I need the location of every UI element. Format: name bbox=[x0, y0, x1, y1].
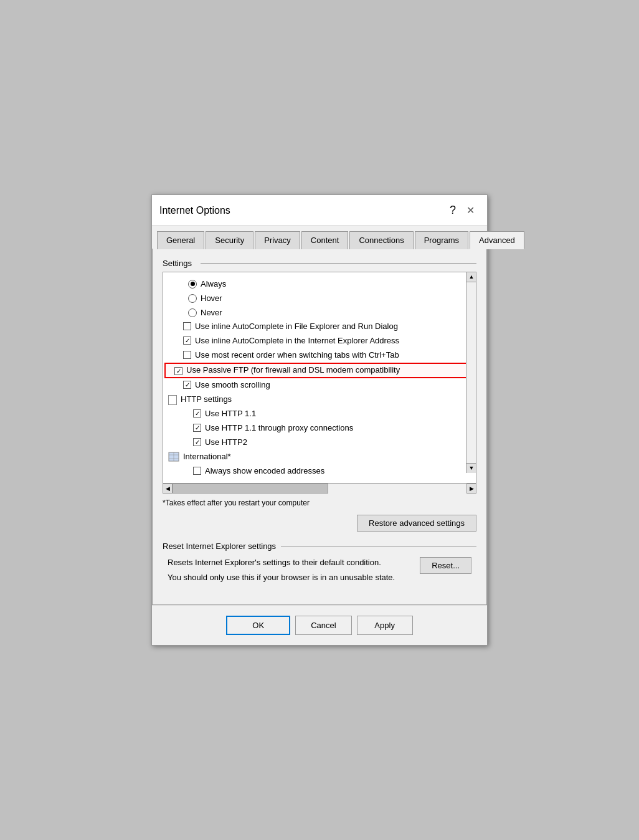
radio-always[interactable] bbox=[188, 280, 197, 289]
settings-scroll-area[interactable]: Always Hover Never Use bbox=[163, 272, 476, 483]
checkbox-encodedaddresses[interactable] bbox=[193, 467, 201, 475]
tab-advanced[interactable]: Advanced bbox=[470, 231, 524, 249]
reset-section-line bbox=[281, 546, 476, 546]
internet-options-dialog: Internet Options ? ✕ General Security Pr… bbox=[151, 194, 488, 646]
reset-section-body: Resets Internet Explorer's settings to t… bbox=[163, 557, 476, 587]
bottom-button-bar: OK Cancel Apply bbox=[152, 605, 487, 645]
scroll-down-button[interactable]: ▼ bbox=[466, 463, 476, 473]
list-item[interactable]: Never bbox=[163, 306, 476, 320]
http-category-icon bbox=[168, 395, 177, 405]
tab-general[interactable]: General bbox=[157, 231, 204, 249]
checkbox-autocomplete-ie[interactable]: ✓ bbox=[183, 336, 191, 345]
horizontal-scrollbar[interactable]: ◀ ▶ bbox=[163, 484, 476, 494]
scroll-right-button[interactable]: ▶ bbox=[466, 484, 476, 494]
setting-label-http: HTTP settings bbox=[181, 394, 232, 405]
setting-label-http11proxy: Use HTTP 1.1 through proxy connections bbox=[205, 423, 353, 434]
setting-label-always: Always bbox=[201, 279, 226, 290]
tab-privacy[interactable]: Privacy bbox=[255, 231, 300, 249]
checkbox-http11proxy[interactable]: ✓ bbox=[193, 424, 201, 432]
help-icon[interactable]: ? bbox=[450, 204, 456, 217]
checkbox-http2[interactable]: ✓ bbox=[193, 438, 201, 446]
reset-description: Resets Internet Explorer's settings to t… bbox=[168, 557, 410, 587]
title-bar-right: ? ✕ bbox=[450, 201, 480, 220]
scroll-up-button[interactable]: ▲ bbox=[466, 272, 476, 282]
list-item: HTTP settings bbox=[163, 393, 476, 407]
list-item[interactable]: Use inline AutoComplete in File Explorer… bbox=[163, 320, 476, 334]
title-bar-left: Internet Options bbox=[159, 205, 230, 216]
reset-section-header: Reset Internet Explorer settings bbox=[163, 542, 476, 551]
list-item[interactable]: ✓ Use inline AutoComplete in the Interne… bbox=[163, 334, 476, 348]
restore-advanced-button[interactable]: Restore advanced settings bbox=[357, 515, 476, 532]
tab-connections[interactable]: Connections bbox=[349, 231, 413, 249]
radio-never[interactable] bbox=[188, 308, 197, 317]
setting-label-never: Never bbox=[201, 308, 222, 318]
restore-section: Restore advanced settings bbox=[163, 515, 476, 532]
international-category-icon bbox=[168, 452, 179, 462]
reset-section-title: Reset Internet Explorer settings bbox=[163, 542, 281, 551]
apply-button[interactable]: Apply bbox=[357, 616, 413, 635]
list-item[interactable]: Hover bbox=[163, 292, 476, 306]
settings-listbox[interactable]: Always Hover Never Use bbox=[163, 272, 476, 484]
setting-label-smoothscrolling: Use smooth scrolling bbox=[195, 380, 270, 391]
setting-label-hover: Hover bbox=[201, 294, 222, 304]
horizontal-scroll-track bbox=[173, 484, 466, 494]
setting-label-autocomplete-fe: Use inline AutoComplete in File Explorer… bbox=[195, 322, 398, 332]
list-item[interactable]: ✓ Use HTTP2 bbox=[163, 436, 476, 450]
title-bar: Internet Options ? ✕ bbox=[152, 195, 487, 226]
list-item[interactable]: ✓ Use HTTP 1.1 through proxy connections bbox=[163, 421, 476, 436]
close-button[interactable]: ✕ bbox=[461, 201, 480, 220]
setting-label-mostrecent: Use most recent order when switching tab… bbox=[195, 350, 399, 361]
ok-button[interactable]: OK bbox=[226, 616, 290, 635]
scroll-left-button[interactable]: ◀ bbox=[163, 484, 173, 494]
checkbox-autocomplete-fileexplorer[interactable] bbox=[183, 322, 191, 330]
tab-security[interactable]: Security bbox=[206, 231, 253, 249]
setting-label-autocomplete-ie: Use inline AutoComplete in the Internet … bbox=[195, 336, 399, 346]
reset-section: Reset Internet Explorer settings Resets … bbox=[163, 542, 476, 587]
radio-hover[interactable] bbox=[188, 294, 197, 303]
list-item[interactable]: ✓ Use HTTP 1.1 bbox=[163, 407, 476, 421]
tab-programs[interactable]: Programs bbox=[415, 231, 468, 249]
list-item[interactable]: ✓ Use smooth scrolling bbox=[163, 378, 476, 393]
tab-content[interactable]: Content bbox=[301, 231, 349, 249]
list-item: International* bbox=[163, 450, 476, 464]
setting-label-http11: Use HTTP 1.1 bbox=[205, 409, 256, 419]
horizontal-scroll-thumb[interactable] bbox=[173, 484, 328, 494]
list-item[interactable]: Always bbox=[163, 277, 476, 292]
checkbox-passiveftp[interactable]: ✓ bbox=[174, 367, 182, 375]
settings-group-line bbox=[201, 263, 476, 264]
setting-label-international: International* bbox=[183, 452, 231, 462]
tab-content-area: Settings Always Hover bbox=[152, 249, 487, 605]
setting-label-http2: Use HTTP2 bbox=[205, 437, 247, 448]
setting-label-encodedaddresses: Always show encoded addresses bbox=[205, 466, 324, 477]
restart-note: *Takes effect after you restart your com… bbox=[163, 499, 476, 507]
checkbox-mostrecent[interactable] bbox=[183, 351, 191, 359]
reset-button[interactable]: Reset... bbox=[420, 557, 471, 574]
content-area: Settings Always Hover bbox=[153, 249, 486, 604]
cancel-button[interactable]: Cancel bbox=[295, 616, 351, 635]
reset-desc1: Resets Internet Explorer's settings to t… bbox=[168, 557, 410, 568]
setting-label-passiveftp: Use Passive FTP (for firewall and DSL mo… bbox=[186, 365, 400, 376]
list-item[interactable]: Use most recent order when switching tab… bbox=[163, 348, 476, 363]
dialog-title: Internet Options bbox=[159, 205, 230, 216]
checkbox-http11[interactable]: ✓ bbox=[193, 409, 201, 418]
list-item[interactable]: Always show encoded addresses bbox=[163, 464, 476, 479]
reset-desc2: You should only use this if your browser… bbox=[168, 572, 410, 583]
settings-group-label: Settings bbox=[163, 259, 476, 268]
list-item-highlighted[interactable]: ✓ Use Passive FTP (for firewall and DSL … bbox=[164, 363, 475, 378]
checkbox-smoothscrolling[interactable]: ✓ bbox=[183, 381, 191, 389]
tab-bar: General Security Privacy Content Connect… bbox=[152, 226, 487, 249]
